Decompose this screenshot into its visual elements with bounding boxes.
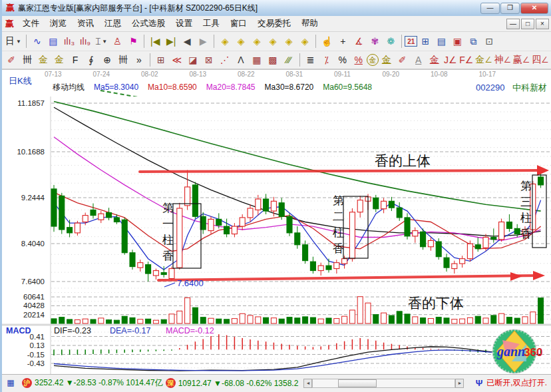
diamond-tool-3-icon[interactable]: ◈	[249, 34, 265, 49]
last-page-icon[interactable]: ▶|	[163, 34, 179, 49]
notes-icon[interactable]: ▤	[433, 34, 449, 49]
menu-item-window[interactable]: 窗口	[225, 17, 252, 30]
scrollbar-track[interactable]	[312, 379, 455, 388]
svg-text:40428: 40428	[23, 301, 45, 309]
scroll-right-icon[interactable]: ►	[455, 379, 464, 388]
menu-item-news[interactable]: 资讯	[72, 17, 99, 30]
mini-chart-3-icon[interactable]: ılı₃	[61, 34, 77, 49]
menu-item-settings[interactable]: 设置	[170, 17, 198, 30]
j-angle-icon[interactable]: J∠	[443, 53, 459, 67]
toolbar-main: 日▼∿▤ılı₃ılı₉⌶▼♙⚑|◀▶|◀▶◈◈◈◈◈◈☝+∡✾❁21⊞▤▣⧉⊡	[2, 32, 551, 51]
diamond-tool-4-icon[interactable]: ◈	[265, 34, 281, 49]
quote-grid-icon[interactable]: ▦	[5, 378, 17, 389]
marker-pen-icon[interactable]: ✐	[395, 53, 411, 67]
angle-fan-icon[interactable]: ⋰	[217, 53, 233, 67]
svg-text:香的上体: 香的上体	[375, 153, 431, 168]
scroll-left-icon[interactable]: ◄	[303, 379, 312, 388]
price-ladder-icon[interactable]: ≣	[303, 53, 319, 67]
maximize-button[interactable]: ❐	[500, 3, 520, 14]
next-icon[interactable]: ▶	[195, 34, 211, 49]
chart-area[interactable]: 11.185710.16889.24448.40407.640060641404…	[2, 97, 551, 374]
hand-tool-icon[interactable]: ☝	[319, 34, 335, 49]
kline-chart[interactable]: 11.185710.16889.24448.40407.640060641404…	[2, 97, 551, 374]
diamond-tool-5-icon[interactable]: ◈	[281, 34, 297, 49]
menu-item-browse[interactable]: 浏览	[45, 17, 72, 30]
menu-item-formula-stock-pick[interactable]: 公式选股	[126, 17, 170, 30]
circle-grid-icon[interactable]: ⊕	[99, 53, 115, 67]
candles[interactable]	[51, 170, 544, 282]
send-chart-icon[interactable]: ⧉	[465, 34, 481, 49]
fan-lines-icon[interactable]: ≪	[169, 53, 185, 67]
gold-red-icon[interactable]: 金	[427, 53, 443, 67]
gann-grid-icon[interactable]: 卌	[19, 53, 35, 67]
mini-chart-9-icon[interactable]: ılı₉	[77, 34, 93, 49]
calendar-21-icon[interactable]: 21	[405, 36, 417, 47]
diamond-tool-6-icon[interactable]: ◈	[297, 34, 313, 49]
wave-a-icon[interactable]: A	[411, 53, 427, 67]
ma-value-label: Ma10=8.6590	[148, 83, 197, 92]
horizontal-scrollbar[interactable]: ◄ ►	[303, 379, 464, 388]
zigzag-icon[interactable]: Λ	[233, 53, 249, 67]
hash-lines-icon[interactable]: 卌	[115, 53, 131, 67]
diamond-tool-2-icon[interactable]: ◈	[233, 34, 249, 49]
ying-angle-icon[interactable]: 赢∠	[512, 53, 530, 67]
kline-period-button[interactable]: 日▼	[3, 34, 23, 49]
date-tick-label: 08-22	[238, 71, 255, 78]
candle-style-button[interactable]: ⌶▼	[93, 34, 109, 49]
menu-item-help[interactable]: 帮助	[296, 17, 323, 30]
menu-item-tools[interactable]: 工具	[198, 17, 225, 30]
spiral-icon[interactable]: ∮	[83, 53, 99, 67]
percent-icon[interactable]: %	[335, 53, 351, 67]
grid-dense2-icon[interactable]: ▩	[265, 53, 281, 67]
gold-line-icon[interactable]: 金	[379, 53, 395, 67]
dropdown-arrow-icon[interactable]: ▼	[102, 39, 107, 45]
gold-ratio-1-icon[interactable]: 金	[35, 53, 51, 67]
si-angle-icon[interactable]: 四∠	[531, 53, 550, 67]
stock-identity: 002290 中科新材	[476, 82, 547, 94]
diag-box-icon[interactable]: ⊠	[201, 53, 217, 67]
gold-ratio-2-icon[interactable]: 金	[51, 53, 67, 67]
diamond-tool-1-icon[interactable]: ◈	[217, 34, 233, 49]
crosshair-tool-icon[interactable]: +	[335, 34, 351, 49]
dropdown-arrow-icon[interactable]: ▼	[16, 39, 21, 45]
purple-net-icon[interactable]: ✾	[367, 34, 383, 49]
angle-measure-icon[interactable]: ∡	[351, 34, 367, 49]
minimize-button[interactable]: —	[480, 3, 500, 14]
shanghai-index-icon[interactable]: 沪	[22, 378, 32, 388]
mdi-close-button[interactable]: ×	[536, 19, 549, 29]
info-board-icon[interactable]: ▤	[45, 34, 61, 49]
gold-angle-icon[interactable]: 金∠	[474, 53, 493, 67]
box-measure-icon[interactable]: ⊞	[153, 53, 169, 67]
menu-item-file[interactable]: 文件	[17, 17, 45, 30]
timeshare-chart-icon[interactable]: ∿	[29, 34, 45, 49]
scrollbar-thumb[interactable]	[338, 379, 377, 387]
shen-angle-icon[interactable]: 神∠	[493, 53, 512, 67]
flag-report-icon[interactable]: ⚑	[125, 34, 141, 49]
slash-lines-icon[interactable]: ∕∕∕	[281, 53, 297, 67]
menu-item-trade[interactable]: 交易委托	[252, 17, 296, 30]
gann-figure-icon[interactable]: ♙	[109, 34, 125, 49]
fan-box-icon[interactable]: ◪	[185, 53, 201, 67]
gold-circle-icon[interactable]: 金	[367, 54, 379, 66]
mdi-restore-button[interactable]: □	[521, 19, 534, 29]
f-angle-icon[interactable]: F∠	[459, 53, 474, 67]
mdi-minimize-button[interactable]: —	[506, 19, 520, 29]
teal-net-icon[interactable]: ❁	[383, 34, 399, 49]
remote-pc-icon[interactable]: ⊡	[481, 34, 497, 49]
grid-dense-icon[interactable]: ▦	[249, 53, 265, 67]
percent-slash-icon[interactable]: ⁒	[319, 53, 335, 67]
f-levels-icon[interactable]: F	[67, 53, 83, 67]
toolbar-separator	[26, 35, 27, 48]
calculator-icon[interactable]: ⊞	[417, 34, 433, 49]
prev-icon[interactable]: ◀	[179, 34, 195, 49]
connection-text[interactable]: 已断开,双点打开.	[486, 377, 547, 389]
save-icon[interactable]: ▣	[449, 34, 465, 49]
close-button[interactable]: ✕	[520, 3, 548, 14]
date-tick-label: 10-17	[479, 71, 496, 78]
percent-line-icon[interactable]: %	[351, 53, 367, 67]
menu-item-gann[interactable]: 江恩	[99, 17, 126, 30]
more-tools-chevron[interactable]: »	[131, 53, 147, 67]
first-page-icon[interactable]: |◀	[147, 34, 163, 49]
pen-tool-icon[interactable]: ✐	[3, 53, 19, 67]
shenzhen-index-icon[interactable]: 深	[166, 378, 176, 388]
